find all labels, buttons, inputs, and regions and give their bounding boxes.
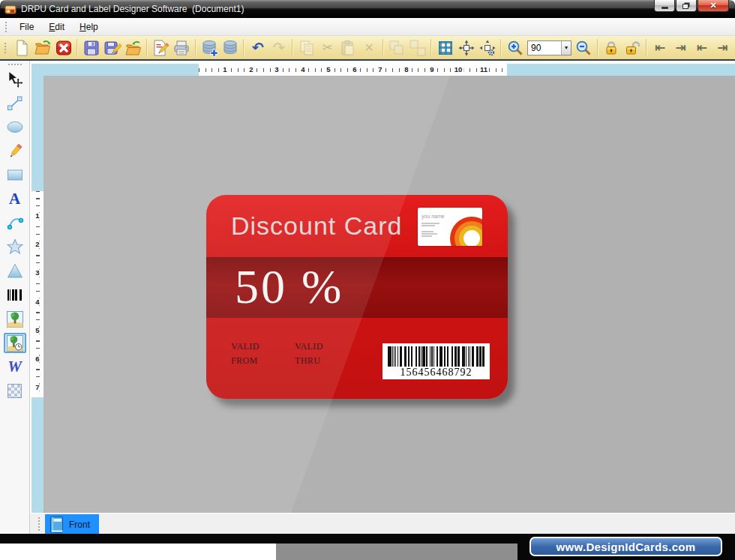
pattern-tool[interactable] [4, 381, 26, 401]
zoom-dropdown-button[interactable]: ▾ [561, 41, 571, 55]
watermark-link[interactable]: www.DesignIdCards.com [530, 537, 722, 556]
toolbar-separator [500, 39, 502, 57]
arc-tool[interactable] [4, 213, 26, 233]
image-tool-icon [6, 310, 24, 328]
open-document-button[interactable] [33, 37, 53, 58]
design-canvas[interactable]: Discount Card 50 % you name VALID FROM V… [44, 76, 735, 513]
edit-design-button[interactable] [151, 37, 171, 58]
align-to-right-2-button[interactable]: ⇥ [712, 37, 733, 58]
browse-database-button[interactable] [220, 37, 241, 58]
image-tool[interactable] [4, 309, 26, 329]
ruler-number: 10 [453, 65, 464, 74]
tab-front[interactable]: Front [45, 514, 99, 535]
toolbar-separator [597, 39, 598, 57]
redo-icon: ↷ [273, 40, 285, 55]
ungroup-icon [409, 39, 427, 57]
ruler-number: 3 [273, 65, 280, 74]
export-design-button[interactable] [123, 37, 143, 58]
clipart-tool[interactable] [4, 333, 26, 353]
line-icon [6, 94, 24, 112]
barcode-object[interactable]: 156456468792 [382, 343, 490, 379]
save-as-button[interactable] [102, 37, 122, 58]
zoom-level-input[interactable] [528, 41, 561, 55]
wordart-tool[interactable]: W [4, 357, 26, 377]
ungroup-button[interactable] [408, 37, 428, 58]
close-button[interactable]: ✕ [698, 0, 729, 12]
triangle-tool[interactable] [4, 261, 26, 281]
open-document-icon [34, 39, 52, 57]
copy-button[interactable] [296, 37, 316, 58]
cut-button[interactable]: ✂ [317, 37, 338, 58]
ruler-number: 5 [35, 326, 39, 335]
toolbar-separator [430, 39, 432, 57]
front-tab-label: Front [69, 520, 90, 530]
menu-file[interactable]: File [12, 19, 41, 34]
valid-from-text[interactable]: VALID FROM [231, 340, 260, 367]
ellipse-tool[interactable] [4, 117, 26, 137]
minimize-button[interactable] [654, 0, 675, 12]
add-database-button[interactable] [200, 37, 220, 58]
print-button[interactable] [172, 37, 192, 58]
text-tool[interactable]: A [4, 189, 26, 209]
palette-grip [8, 63, 22, 66]
select-cursor-icon [6, 70, 24, 88]
card-title-text[interactable]: Discount Card [231, 211, 402, 241]
ruler-number: 1 [221, 65, 228, 74]
barcode-tool[interactable] [4, 285, 26, 305]
menu-edit[interactable]: Edit [41, 19, 72, 34]
unlock-object-button[interactable] [622, 37, 643, 58]
valid-thru-text[interactable]: VALID THRU [295, 340, 323, 367]
card-photo-object[interactable]: you name [418, 208, 482, 246]
zoom-out-button[interactable] [574, 37, 594, 58]
save-button[interactable] [81, 37, 101, 58]
menu-file-label: File [20, 22, 34, 32]
star-tool[interactable] [4, 237, 26, 257]
align-to-right-button[interactable]: ⇥ [670, 37, 691, 58]
lock-object-button[interactable] [602, 37, 622, 58]
tool-palette: A [0, 61, 30, 534]
pencil-tool[interactable] [4, 141, 26, 161]
fit-options-button[interactable] [477, 37, 497, 58]
grid-icon [439, 41, 452, 55]
show-grid-button[interactable] [435, 37, 455, 58]
delete-button[interactable]: ✕ [359, 37, 380, 58]
vertical-ruler-scale: 1 2 3 4 5 6 7 [32, 191, 44, 397]
line-tool[interactable] [4, 93, 26, 113]
ruler-number: 11 [478, 65, 489, 74]
ruler-number: 4 [35, 298, 39, 307]
restore-button[interactable] [676, 0, 697, 12]
group-icon [388, 39, 406, 57]
barcode-bars [388, 346, 484, 367]
rectangle-tool[interactable] [4, 165, 26, 185]
card-discount-text[interactable]: 50 % [235, 259, 344, 315]
menu-bar: File Edit Help [0, 18, 735, 36]
toolbar-grip [4, 42, 7, 53]
menu-help[interactable]: Help [72, 19, 106, 34]
group-button[interactable] [387, 37, 407, 58]
save-as-icon [104, 39, 122, 57]
select-tool[interactable] [4, 69, 26, 89]
zoom-in-button[interactable] [505, 37, 525, 58]
ruler-number: 7 [376, 65, 383, 74]
align-to-left-2-button[interactable]: ⇤ [692, 37, 712, 58]
barcode-tool-icon [8, 289, 22, 301]
paste-button[interactable] [338, 37, 358, 58]
star-icon [6, 238, 24, 256]
align-right-icon: ⇥ [718, 41, 728, 54]
undo-button[interactable]: ↶ [248, 37, 268, 58]
ruler-number: 1 [35, 211, 39, 220]
pattern-tool-icon [8, 384, 22, 398]
barcode-number: 156456468792 [382, 367, 490, 379]
fit-to-window-button[interactable] [456, 37, 476, 58]
redo-button[interactable]: ↷ [268, 37, 289, 58]
clipart-tool-icon [6, 334, 24, 352]
discount-card-design[interactable]: Discount Card 50 % you name VALID FROM V… [206, 195, 508, 399]
toolbar-separator [382, 39, 384, 57]
close-document-button[interactable] [53, 37, 74, 58]
ruler-number: 3 [35, 268, 39, 277]
photo-name-label: you name [422, 214, 445, 219]
pencil-icon [6, 142, 24, 160]
align-to-left-button[interactable]: ⇤ [650, 37, 670, 58]
close-icon: ✕ [710, 1, 716, 10]
new-document-button[interactable] [12, 37, 32, 58]
